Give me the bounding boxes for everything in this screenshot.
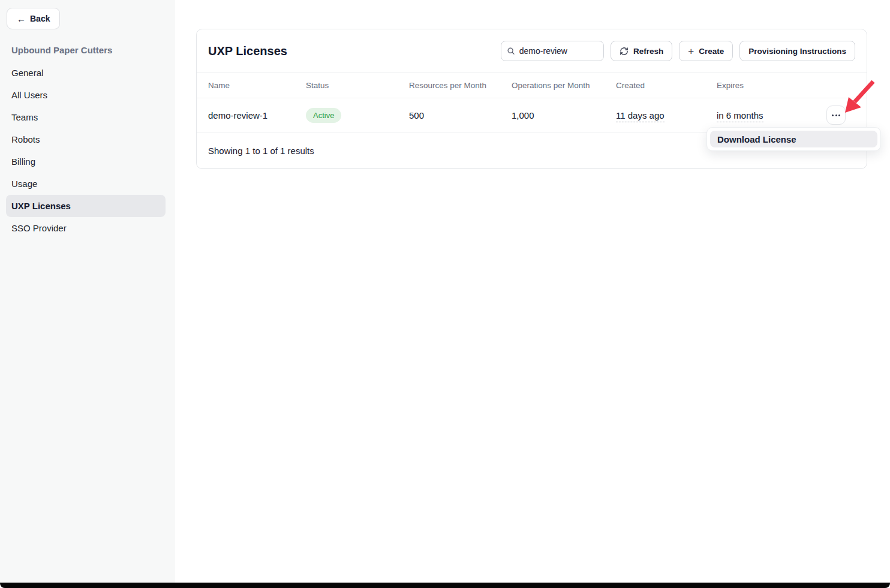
sidebar-item-billing[interactable]: Billing — [6, 150, 166, 173]
status-badge: Active — [306, 108, 341, 123]
search-input[interactable] — [519, 46, 598, 56]
plus-icon: + — [688, 46, 694, 56]
page-title: UXP Licenses — [208, 44, 287, 58]
create-button[interactable]: + Create — [679, 41, 733, 61]
license-created: 11 days ago — [616, 110, 717, 120]
window-bottom-edge — [0, 583, 890, 588]
refresh-button[interactable]: Refresh — [611, 41, 672, 61]
settings-sidebar: ← Back Upbound Paper Cutters General All… — [0, 0, 175, 583]
row-actions-menu: Download License — [706, 127, 881, 151]
column-header-name: Name — [208, 81, 306, 90]
column-header-resources-per-month: Resources per Month — [409, 81, 512, 90]
refresh-icon — [620, 47, 629, 56]
sidebar-nav: General All Users Teams Robots Billing U… — [6, 62, 166, 239]
column-header-expires: Expires — [717, 81, 826, 90]
back-arrow-icon: ← — [17, 14, 26, 24]
license-name: demo-review-1 — [208, 110, 306, 120]
provisioning-instructions-button[interactable]: Provisioning Instructions — [739, 41, 855, 61]
table-header-row: Name Status Resources per Month Operatio… — [197, 73, 867, 98]
ellipsis-dot — [838, 114, 840, 116]
create-button-label: Create — [699, 47, 724, 56]
license-operations-per-month: 1,000 — [512, 110, 616, 120]
menu-item-download-license[interactable]: Download License — [710, 131, 877, 147]
row-actions-cell — [826, 105, 855, 125]
sidebar-item-uxp-licenses[interactable]: UXP Licenses — [6, 195, 166, 217]
row-actions-menu-button[interactable] — [826, 105, 846, 125]
sidebar-item-all-users[interactable]: All Users — [6, 84, 166, 106]
column-header-created: Created — [616, 81, 717, 90]
card-header: UXP Licenses Refresh + — [197, 29, 867, 73]
created-relative-time: 11 days ago — [616, 110, 665, 122]
back-button[interactable]: ← Back — [7, 8, 60, 29]
sidebar-item-robots[interactable]: Robots — [6, 128, 166, 150]
organization-title: Upbound Paper Cutters — [11, 45, 112, 55]
column-header-status: Status — [306, 81, 409, 90]
license-expires: in 6 months — [717, 110, 826, 120]
sidebar-item-sso-provider[interactable]: SSO Provider — [6, 217, 166, 239]
expires-relative-time: in 6 months — [717, 110, 763, 122]
provisioning-instructions-label: Provisioning Instructions — [748, 47, 846, 56]
header-actions: Refresh + Create Provisioning Instructio… — [501, 41, 855, 61]
back-button-label: Back — [30, 14, 50, 23]
results-count-text: Showing 1 to 1 of 1 results — [208, 146, 314, 156]
ellipsis-dot — [832, 114, 834, 116]
ellipsis-dot — [835, 114, 837, 116]
refresh-button-label: Refresh — [633, 47, 663, 56]
search-icon — [507, 46, 515, 56]
column-header-operations-per-month: Operations per Month — [512, 81, 616, 90]
sidebar-item-general[interactable]: General — [6, 62, 166, 84]
license-resources-per-month: 500 — [409, 110, 512, 120]
sidebar-item-teams[interactable]: Teams — [6, 106, 166, 128]
search-box — [501, 41, 604, 61]
license-status: Active — [306, 108, 409, 123]
sidebar-item-usage[interactable]: Usage — [6, 173, 166, 195]
